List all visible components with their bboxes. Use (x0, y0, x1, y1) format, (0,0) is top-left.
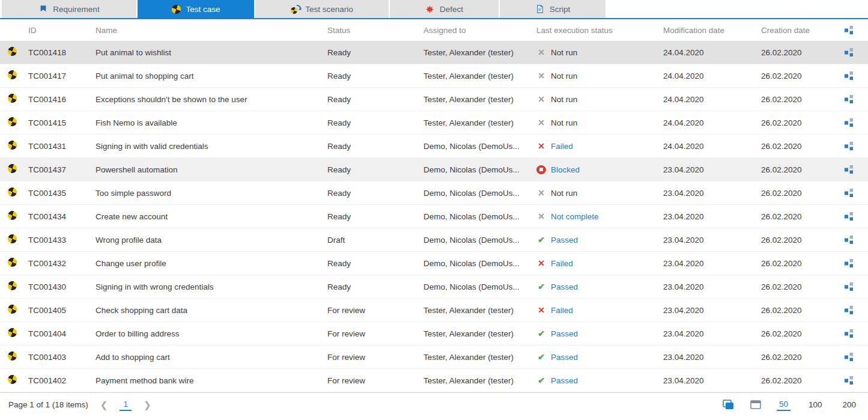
page-size-100[interactable]: 100 (806, 399, 825, 410)
copy-pages-icon[interactable] (723, 400, 735, 410)
hierarchy-icon[interactable] (845, 212, 854, 221)
exec-status-label[interactable]: Failed (551, 142, 573, 151)
row-creation-date: 26.02.2020 (761, 353, 841, 362)
row-name: Powershell automation (96, 165, 327, 174)
row-name: Signing in with valid credentials (96, 142, 327, 151)
exec-status-icon (536, 282, 546, 291)
row-modification-date: 24.04.2020 (663, 72, 761, 81)
tab-requirement[interactable]: Requirement (2, 0, 136, 18)
testcase-icon (7, 47, 18, 57)
hierarchy-icon[interactable] (845, 236, 854, 245)
hierarchy-icon[interactable] (845, 306, 854, 315)
test-scenario-icon (291, 4, 300, 14)
hierarchy-icon[interactable] (845, 72, 854, 81)
testcase-icon (7, 117, 18, 127)
table-row[interactable]: TC001434 Create new account Ready Demo, … (0, 205, 868, 228)
page-size-50[interactable]: 50 (777, 398, 791, 411)
testcase-icon (7, 70, 18, 81)
row-name: Create new account (96, 212, 327, 221)
testcase-icon (7, 281, 18, 291)
hierarchy-icon[interactable] (845, 118, 854, 127)
exec-status-label[interactable]: Passed (551, 353, 578, 362)
exec-status-label[interactable]: Passed (551, 282, 578, 291)
defect-icon (425, 4, 435, 14)
row-status: Draft (327, 236, 423, 245)
hierarchy-icon[interactable] (845, 189, 854, 198)
tab-defect[interactable]: Defect (390, 0, 499, 18)
next-page-button[interactable]: ❯ (140, 400, 155, 410)
hierarchy-icon[interactable] (845, 376, 854, 385)
column-header-created[interactable]: Creation date (761, 26, 841, 35)
page-size-200[interactable]: 200 (840, 399, 858, 410)
table-row[interactable]: TC001402 Payment method bank wire For re… (0, 369, 868, 392)
row-name: Payment method bank wire (96, 376, 327, 385)
column-header-assigned[interactable]: Assigned to (423, 26, 536, 35)
row-assigned: Tester, Alexander (tester) (423, 376, 536, 385)
row-id: TC001437 (28, 165, 96, 174)
hierarchy-icon[interactable] (845, 26, 854, 35)
row-modification-date: 24.04.2020 (663, 142, 761, 151)
exec-status-label[interactable]: Passed (551, 376, 578, 385)
column-header-id[interactable]: ID (28, 26, 96, 35)
row-creation-date: 26.02.2020 (761, 282, 841, 291)
table-row[interactable]: TC001432 Change user profile Ready Demo,… (0, 252, 868, 275)
hierarchy-icon[interactable] (845, 95, 854, 104)
exec-status-label[interactable]: Failed (551, 259, 573, 268)
exec-status-label[interactable]: Blocked (551, 165, 580, 174)
testcase-icon (171, 4, 181, 14)
exec-status-label[interactable]: Failed (551, 306, 573, 315)
row-assigned: Tester, Alexander (tester) (423, 72, 536, 81)
hierarchy-icon[interactable] (845, 142, 854, 151)
row-modification-date: 23.04.2020 (663, 376, 761, 385)
row-id: TC001433 (28, 236, 96, 245)
hierarchy-icon[interactable] (845, 165, 854, 174)
testcase-icon (7, 187, 18, 198)
table-row[interactable]: TC001437 Powershell automation Ready Dem… (0, 158, 868, 181)
tab-test-case[interactable]: Test case (138, 0, 254, 18)
row-modification-date: 24.04.2020 (663, 48, 761, 57)
column-header-status[interactable]: Status (327, 26, 423, 35)
table-row[interactable]: TC001430 Signing in with wrong credentia… (0, 275, 868, 299)
tab-script[interactable]: Script (500, 0, 605, 18)
exec-status-label[interactable]: Passed (551, 329, 578, 338)
exec-status-icon (536, 188, 546, 198)
exec-status-icon (536, 212, 546, 221)
prev-page-button[interactable]: ❮ (97, 400, 112, 410)
exec-status-icon (536, 352, 546, 362)
exec-status-icon (536, 305, 546, 315)
hierarchy-icon[interactable] (845, 329, 854, 338)
table-row[interactable]: TC001431 Signing in with valid credentia… (0, 135, 868, 158)
panel-view-icon[interactable] (750, 400, 761, 409)
table-row[interactable]: TC001416 Exceptions shouldn't be shown t… (0, 88, 868, 111)
row-id: TC001430 (28, 282, 96, 291)
table-row[interactable]: TC001403 Add to shopping cart For review… (0, 345, 868, 369)
tab-label: Test scenario (305, 5, 353, 14)
table-row[interactable]: TC001417 Put animal to shopping cart Rea… (0, 64, 868, 88)
row-status: For review (327, 329, 423, 338)
hierarchy-icon[interactable] (845, 259, 854, 268)
page-number-button[interactable]: 1 (120, 398, 132, 411)
column-header-modified[interactable]: Modification date (663, 26, 761, 35)
row-creation-date: 26.02.2020 (761, 142, 841, 151)
exec-status-icon (536, 165, 546, 174)
table-row[interactable]: TC001418 Put animal to wishlist Ready Te… (0, 41, 868, 64)
table-body: TC001418 Put animal to wishlist Ready Te… (0, 41, 868, 392)
column-header-name[interactable]: Name (96, 26, 327, 35)
exec-status-label[interactable]: Passed (551, 236, 578, 245)
row-creation-date: 26.02.2020 (761, 95, 841, 104)
exec-status-label: Not run (551, 118, 577, 127)
table-row[interactable]: TC001435 Too simple password Ready Demo,… (0, 181, 868, 205)
exec-status-label[interactable]: Not complete (551, 212, 599, 221)
hierarchy-icon[interactable] (845, 282, 854, 291)
row-id: TC001432 (28, 259, 96, 268)
hierarchy-icon[interactable] (845, 353, 854, 362)
row-modification-date: 23.04.2020 (663, 306, 761, 315)
hierarchy-icon[interactable] (845, 48, 854, 57)
row-assigned: Demo, Nicolas (DemoUs... (423, 282, 536, 291)
table-row[interactable]: TC001415 Fish Nemo is available Ready Te… (0, 111, 868, 135)
column-header-exec[interactable]: Last execution status (536, 26, 663, 35)
table-row[interactable]: TC001405 Check shopping cart data For re… (0, 299, 868, 322)
tab-test-scenario[interactable]: Test scenario (255, 0, 389, 18)
table-row[interactable]: TC001404 Order to billing address For re… (0, 322, 868, 345)
table-row[interactable]: TC001433 Wrong profile data Draft Demo, … (0, 228, 868, 252)
